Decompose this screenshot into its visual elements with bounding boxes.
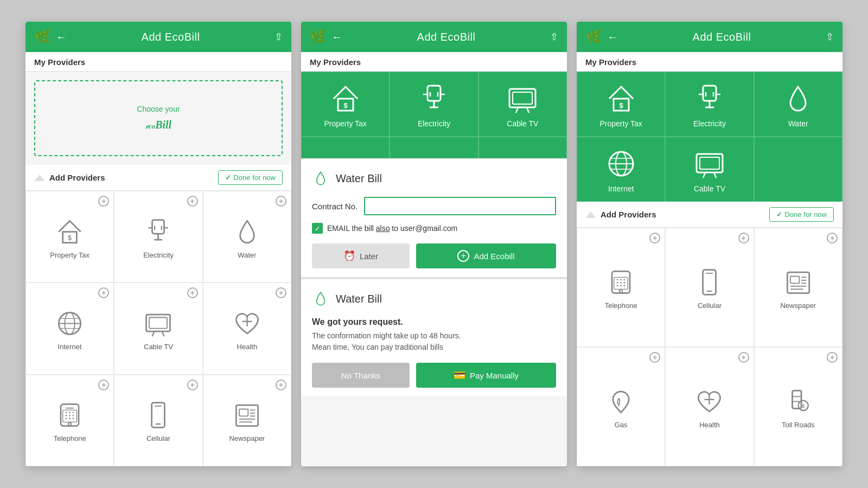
water-bill-title-2: Water Bill: [336, 293, 382, 305]
newspaper-icon-3: [783, 267, 813, 297]
add-badge[interactable]: +: [98, 287, 109, 298]
confirm-sub-2: Mean time, You can pay traditional bills: [312, 343, 443, 351]
toll-roads-icon: $: [783, 387, 813, 416]
contract-input[interactable]: [364, 197, 556, 215]
svg-point-81: [620, 282, 622, 284]
share-icon-1[interactable]: ⇧: [275, 31, 283, 43]
list-item[interactable]: + Telephone: [577, 228, 665, 347]
list-item[interactable]: + Cellular: [665, 228, 754, 347]
add-badge[interactable]: +: [649, 352, 660, 363]
checkmark-icon-1: ✓: [225, 174, 231, 182]
email-text: EMAIL the bill also to user@gmail.com: [327, 224, 457, 233]
add-ecobill-button[interactable]: + Add Ecobill: [416, 243, 556, 268]
contract-form-row: Contract No.: [312, 197, 556, 215]
add-badge[interactable]: +: [276, 287, 286, 298]
pay-manually-label: Pay Manually: [470, 371, 519, 380]
provider-label: Water: [238, 251, 256, 259]
add-providers-title-1: Add Providers: [49, 173, 105, 182]
contract-label: Contract No.: [312, 202, 358, 211]
share-icon-3[interactable]: ⇧: [826, 31, 834, 43]
svg-point-23: [68, 423, 72, 426]
header-left-1: 🌿 ←: [34, 29, 67, 44]
add-badge[interactable]: +: [649, 233, 660, 243]
svg-point-76: [620, 290, 623, 293]
list-item[interactable]: Electricity: [390, 72, 478, 137]
list-item[interactable]: + Cable TV: [114, 282, 202, 374]
list-item[interactable]: + Water: [203, 191, 291, 282]
provider-label: Health: [699, 421, 720, 429]
plug-icon: [143, 217, 173, 247]
provider-label: Cable TV: [694, 184, 725, 193]
add-providers-header-1: Add Providers ✓ Done for now: [25, 165, 291, 191]
add-badge[interactable]: +: [738, 233, 749, 243]
list-item[interactable]: $ Property Tax: [301, 72, 390, 137]
list-item[interactable]: + Gas: [577, 347, 665, 466]
add-badge[interactable]: +: [98, 380, 109, 390]
checkmark-icon-3: ✓: [776, 210, 782, 219]
list-item[interactable]: $ Property Tax: [577, 72, 665, 137]
water-drop-icon-confirm: [312, 290, 329, 307]
email-row: ✓ EMAIL the bill also to user@gmail.com: [312, 223, 556, 234]
add-badge[interactable]: +: [738, 352, 749, 363]
svg-point-83: [617, 285, 618, 287]
provider-grid-gray-3: + Telephone +: [577, 228, 843, 466]
add-providers-inner-3: Add Providers: [585, 210, 656, 219]
add-badge[interactable]: +: [276, 196, 286, 207]
done-suffix-1: for now: [252, 174, 276, 182]
provider-label: Health: [237, 343, 258, 351]
svg-point-85: [624, 285, 626, 287]
list-item[interactable]: + Internet: [25, 282, 114, 374]
back-icon[interactable]: ←: [56, 31, 67, 43]
pay-manually-button[interactable]: 💳 Pay Manually: [416, 363, 556, 388]
choose-ecobill-card[interactable]: Choose your 𝑒coBill: [34, 80, 283, 156]
list-item[interactable]: + Health: [665, 347, 754, 466]
partial-row: [301, 137, 567, 158]
list-item[interactable]: Cable TV: [665, 137, 754, 202]
list-item[interactable]: + $ Property Tax: [25, 191, 114, 282]
back-icon-3[interactable]: ←: [607, 31, 618, 43]
app-title-2: Add EcoBill: [417, 31, 476, 43]
list-item[interactable]: + Electricity: [114, 191, 202, 282]
add-badge[interactable]: +: [276, 380, 286, 390]
list-item[interactable]: + Cellular: [114, 375, 202, 466]
back-icon-2[interactable]: ←: [331, 31, 342, 43]
done-label-3: Done: [784, 210, 801, 219]
share-icon-2[interactable]: ⇧: [550, 31, 558, 43]
list-item[interactable]: + Newspaper: [754, 228, 843, 347]
provider-label: Cable TV: [507, 119, 538, 128]
svg-point-79: [624, 279, 626, 281]
selected-provider-grid-2: $ Property Tax Electricity C: [301, 72, 567, 137]
add-badge[interactable]: +: [827, 352, 838, 363]
app-header-3: 🌿 ← Add EcoBill ⇧: [577, 22, 843, 52]
add-badge[interactable]: +: [98, 196, 109, 207]
svg-point-30: [66, 418, 67, 420]
add-badge[interactable]: +: [187, 287, 198, 298]
later-button[interactable]: ⏰ Later: [312, 243, 410, 268]
done-btn-3[interactable]: ✓ Done for now: [769, 207, 834, 222]
partial-cell: [301, 137, 390, 158]
list-item[interactable]: + Telephone: [25, 375, 114, 466]
svg-point-26: [73, 412, 74, 414]
svg-point-80: [617, 282, 618, 284]
svg-point-82: [624, 282, 626, 284]
svg-line-15: [152, 331, 155, 336]
provider-label: Telephone: [54, 434, 86, 442]
no-thanks-button[interactable]: No Thanks: [312, 363, 410, 388]
list-item[interactable]: Cable TV: [478, 72, 567, 137]
add-badge[interactable]: +: [827, 233, 838, 243]
provider-label: Electricity: [143, 251, 174, 259]
list-item[interactable]: Electricity: [665, 72, 754, 137]
svg-point-29: [73, 415, 74, 416]
triangle-icon-3: [585, 211, 596, 218]
add-badge[interactable]: +: [187, 380, 198, 390]
list-item[interactable]: + Newspaper: [203, 375, 291, 466]
add-badge[interactable]: +: [187, 196, 198, 207]
list-item[interactable]: + Health: [203, 282, 291, 374]
provider-label: Property Tax: [50, 251, 90, 259]
email-checkbox[interactable]: ✓: [312, 223, 323, 234]
list-item[interactable]: Internet: [577, 137, 665, 202]
done-btn-1[interactable]: ✓ Done for now: [218, 170, 283, 185]
list-item[interactable]: + $ Toll Roads: [754, 347, 843, 466]
overlay-btns: ⏰ Later + Add Ecobill: [312, 243, 556, 268]
list-item[interactable]: Water: [754, 72, 843, 137]
